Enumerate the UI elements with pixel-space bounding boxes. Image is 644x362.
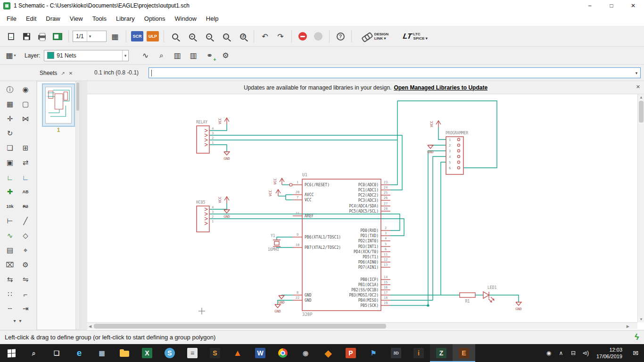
- tray-chevron-icon[interactable]: ∧: [555, 350, 567, 356]
- highlight-net-sheet-button[interactable]: ▥: [170, 49, 184, 63]
- gnd-symbol[interactable]: GND: [278, 296, 285, 304]
- app-powerpoint[interactable]: P: [339, 344, 362, 362]
- copy-tool[interactable]: ❏: [3, 141, 17, 155]
- scroll-right-icon[interactable]: ▶: [627, 324, 629, 329]
- menu-options[interactable]: Options: [140, 11, 170, 26]
- split-tool[interactable]: ╱: [18, 214, 33, 228]
- zoom-out-button[interactable]: −: [202, 29, 216, 43]
- change-tool[interactable]: ⚙: [18, 258, 33, 272]
- add-part-tool[interactable]: ⊞: [18, 141, 33, 155]
- invoke-tool[interactable]: ⊢: [3, 214, 17, 228]
- junction-tool[interactable]: ✚: [3, 185, 17, 198]
- tray-network-icon[interactable]: ⊟: [567, 350, 579, 356]
- app-3dwox[interactable]: 3D: [385, 344, 407, 362]
- array-tool[interactable]: ∷: [3, 288, 17, 301]
- replace-tool[interactable]: ⇄: [18, 156, 33, 169]
- zoom-redraw-button[interactable]: ↺: [236, 29, 250, 43]
- managed-libraries-button[interactable]: ⚭: [202, 49, 216, 63]
- menu-window[interactable]: Window: [170, 11, 201, 26]
- component-Y1[interactable]: Y116MHz: [268, 234, 281, 252]
- app-skype[interactable]: S: [158, 344, 181, 362]
- pinswap-tool[interactable]: ⇆: [3, 273, 17, 286]
- display-tool[interactable]: ▦: [3, 98, 17, 111]
- taskbar-clock[interactable]: 12:03 17/06/2019: [596, 346, 622, 360]
- zoom-net-button[interactable]: ⌕: [154, 49, 168, 63]
- vcc-symbol[interactable]: VCC: [429, 121, 441, 127]
- app-eagle[interactable]: E: [453, 344, 475, 362]
- task-view-icon[interactable]: ❏: [45, 344, 68, 362]
- menu-draw[interactable]: Draw: [41, 11, 65, 26]
- app-edge[interactable]: e: [68, 344, 91, 362]
- miter-tool[interactable]: ╌: [3, 302, 17, 315]
- go-button[interactable]: [311, 29, 325, 43]
- horizontal-scrollbar[interactable]: ◀ ▶: [87, 322, 637, 329]
- tray-volume-icon[interactable]: ⊲): [579, 350, 592, 356]
- app-sublime[interactable]: S: [204, 344, 226, 362]
- net-tool[interactable]: ∿: [3, 229, 17, 242]
- sheet-thumbnail[interactable]: [43, 84, 74, 126]
- taskbar-search-icon[interactable]: ⌕: [23, 344, 45, 362]
- menu-view[interactable]: View: [65, 11, 88, 26]
- menu-library[interactable]: Library: [111, 11, 140, 26]
- menu-edit[interactable]: Edit: [21, 11, 41, 26]
- scroll-left-icon[interactable]: ◀: [89, 324, 91, 329]
- component-LED1[interactable]: LED1: [483, 286, 496, 302]
- vcc-symbol[interactable]: VCC: [273, 178, 284, 185]
- gateswap-tool[interactable]: ⇋: [18, 273, 33, 286]
- zoom-select-button[interactable]: □: [219, 29, 233, 43]
- mark-tool[interactable]: ⌖: [18, 244, 33, 257]
- text-tool[interactable]: ▤: [3, 244, 17, 257]
- action-center-icon[interactable]: ✉: [627, 349, 644, 357]
- ulp-button[interactable]: ULP: [146, 29, 160, 43]
- redo-button[interactable]: ↷: [273, 29, 288, 43]
- generate-board-button[interactable]: [50, 29, 65, 43]
- app-store[interactable]: ▦: [91, 344, 113, 362]
- rotate-tool[interactable]: ↻: [3, 127, 17, 140]
- group-tool[interactable]: ▢: [18, 98, 33, 111]
- component-U1[interactable]: U1328P1PC6(/RESET)20AVCC7VCC21AREF9PB6(X…: [289, 173, 390, 317]
- command-input[interactable]: ▾: [149, 67, 641, 78]
- gnd-symbol[interactable]: GND: [515, 302, 522, 311]
- help-button[interactable]: ?: [333, 29, 347, 43]
- zoom-in-button[interactable]: +: [185, 29, 199, 43]
- app-chrome[interactable]: [272, 344, 294, 362]
- app-zotero[interactable]: Z: [430, 344, 453, 362]
- app-notepad[interactable]: ≡: [181, 344, 204, 362]
- paste-tool[interactable]: ▣: [3, 156, 17, 169]
- component-HC05[interactable]: HC054321: [196, 200, 214, 232]
- component-RELAY[interactable]: RELAY4321: [196, 120, 214, 153]
- open-button[interactable]: [4, 29, 18, 43]
- app-drawio[interactable]: ◆: [317, 344, 339, 362]
- frame-button[interactable]: ▦: [108, 29, 122, 43]
- minimize-button[interactable]: –: [579, 0, 601, 11]
- show-tool[interactable]: ◉: [18, 83, 33, 96]
- wire-tool[interactable]: ∟: [3, 171, 17, 184]
- end-command-tool[interactable]: ⇥: [18, 302, 33, 315]
- maximize-button[interactable]: □: [601, 0, 622, 11]
- label-tool[interactable]: ◇: [18, 229, 33, 242]
- delete-tool[interactable]: ⌧: [3, 258, 17, 272]
- menu-help[interactable]: Help: [201, 11, 223, 26]
- start-button[interactable]: [0, 344, 23, 362]
- chevron-down-icon[interactable]: ▾: [633, 68, 640, 78]
- tray-user-icon[interactable]: ◉: [543, 350, 555, 356]
- sheets-tab[interactable]: Sheets ↗ ✕: [38, 67, 85, 79]
- vertical-scroll-thumb[interactable]: [639, 101, 644, 123]
- close-panel-icon[interactable]: ✕: [69, 71, 73, 76]
- app-imaging[interactable]: i: [407, 344, 430, 362]
- scroll-up-icon[interactable]: ▲: [639, 95, 643, 99]
- save-button[interactable]: [19, 29, 33, 43]
- vcc-symbol[interactable]: VCC: [218, 118, 229, 124]
- gnd-symbol[interactable]: GND: [427, 145, 434, 154]
- undo-button[interactable]: ↶: [258, 29, 272, 43]
- schematic-canvas[interactable]: U1328P1PC6(/RESET)20AVCC7VCC21AREF9PB6(X…: [87, 94, 637, 322]
- more-tools-button[interactable]: ▾ ▾: [3, 316, 33, 325]
- menu-tools[interactable]: Tools: [88, 11, 111, 26]
- app-word[interactable]: W: [249, 344, 272, 362]
- route-tool[interactable]: ∟: [18, 171, 33, 184]
- info-tool[interactable]: ⓘ: [3, 83, 17, 96]
- move-tool[interactable]: ✛: [3, 112, 17, 125]
- ltc-spice-button[interactable]: LT LTCSPICE ▾: [396, 29, 434, 43]
- value-tool[interactable]: 10k: [3, 200, 17, 213]
- app-file-explorer[interactable]: [113, 344, 136, 362]
